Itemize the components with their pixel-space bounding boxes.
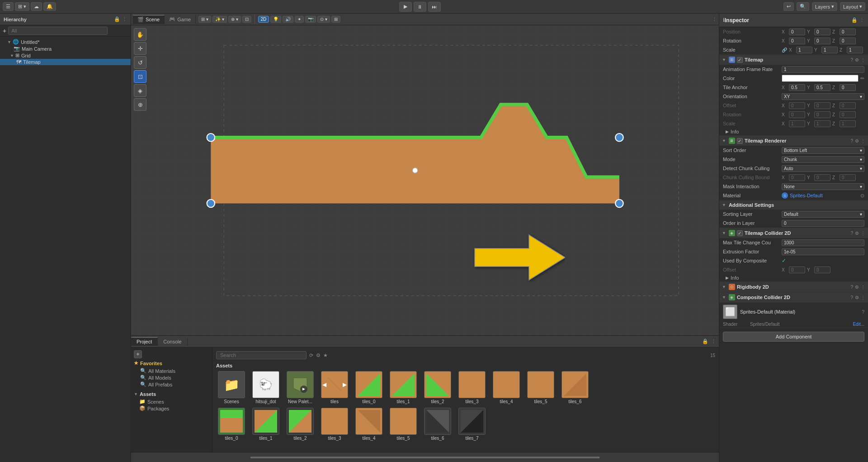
- audio-btn[interactable]: 🔊: [283, 16, 293, 23]
- renderer-help-icon[interactable]: ?: [850, 138, 853, 143]
- rotate-tool[interactable]: ↺: [134, 56, 146, 69]
- used-by-composite-check[interactable]: ✓: [782, 257, 786, 264]
- play-button[interactable]: ▶: [399, 2, 412, 12]
- hand-tool[interactable]: ✋: [134, 28, 146, 41]
- layers-menu[interactable]: ⊞ ▾: [15, 2, 29, 11]
- custom-tool[interactable]: ⊕: [134, 98, 146, 111]
- asset-star-icon[interactable]: ★: [323, 352, 328, 358]
- tab-project[interactable]: Project: [131, 337, 158, 346]
- tilemap-rot-x[interactable]: [789, 111, 805, 118]
- gizmo-btn[interactable]: ⊙ ▾: [317, 16, 330, 23]
- tilemap-settings-icon[interactable]: ⚙: [855, 57, 859, 62]
- rb2d-settings-icon[interactable]: ⚙: [855, 285, 859, 290]
- asset-search-input[interactable]: [216, 351, 307, 359]
- cc2d-help-icon[interactable]: ?: [850, 295, 853, 300]
- asset-item-palette[interactable]: New Palet...: [285, 371, 316, 404]
- asset-item-r2-tiles3[interactable]: tiles_3: [319, 408, 350, 441]
- collider-offset-x[interactable]: [789, 267, 805, 273]
- renderer-settings-icon[interactable]: ⚙: [855, 138, 859, 143]
- layout-dropdown[interactable]: Layout ▾: [840, 2, 865, 11]
- notif-btn[interactable]: 🔔: [43, 2, 56, 11]
- position-z[interactable]: [840, 29, 856, 35]
- collider-offset-y[interactable]: [814, 267, 830, 273]
- chunk-culling-z[interactable]: [840, 174, 856, 181]
- tilemap-info[interactable]: ▶ Info: [719, 128, 868, 135]
- collider-help-icon[interactable]: ?: [850, 231, 853, 236]
- tilemap-offset-x[interactable]: [789, 102, 805, 109]
- extrusion-factor-input[interactable]: [782, 248, 864, 255]
- color-picker[interactable]: [782, 75, 859, 82]
- tree-item-tilemap[interactable]: 🗺 Tilemap: [0, 59, 131, 65]
- asset-item-tiles0[interactable]: tiles_0: [354, 371, 384, 404]
- collider-more-icon[interactable]: ⋮: [861, 231, 865, 236]
- tilemap-section-header[interactable]: ▼ ⊞ ✓ Tilemap ? ⚙ ⋮: [719, 55, 868, 65]
- animation-frame-rate-input[interactable]: [782, 66, 864, 73]
- material-link-icon[interactable]: ⊙: [860, 193, 864, 199]
- cc2d-more-icon[interactable]: ⋮: [861, 295, 865, 300]
- asset-item-r2-tiles1[interactable]: tiles_1: [250, 408, 281, 441]
- tilemap-enabled-checkbox[interactable]: ✓: [737, 57, 743, 63]
- tree-item-grid[interactable]: ▼ ⊞ Grid: [0, 52, 131, 59]
- assets-sub-packages[interactable]: 📦 Packages: [134, 405, 209, 412]
- fx-btn[interactable]: ✦: [295, 16, 304, 23]
- hierarchy-menu-icon[interactable]: ⋮: [122, 16, 127, 22]
- fav-item-models[interactable]: 🔍 All Models: [134, 374, 209, 381]
- scene-viewport[interactable]: ✋ ✛ ↺ ⊡ ◈ ⊕: [131, 25, 719, 335]
- collider-settings-icon[interactable]: ⚙: [855, 231, 859, 236]
- max-tile-change-input[interactable]: [782, 239, 864, 246]
- orientation-dropdown[interactable]: XY ▾: [782, 93, 864, 100]
- tilemap-help-icon[interactable]: ?: [850, 57, 853, 62]
- bottom-menu-icon[interactable]: ⋮: [711, 338, 716, 344]
- assets-header[interactable]: ▼ Assets: [134, 391, 209, 397]
- collider-enabled-checkbox[interactable]: ✓: [737, 230, 743, 236]
- rect-tool[interactable]: ⊡: [134, 70, 146, 83]
- fav-item-prefabs[interactable]: 🔍 All Prefabs: [134, 381, 209, 388]
- collider-info[interactable]: ▶ Info: [719, 274, 868, 281]
- tile-anchor-z[interactable]: [840, 84, 856, 91]
- asset-refresh-icon[interactable]: ⟳: [309, 352, 313, 358]
- rigidbody2d-header[interactable]: ▼ ⊙ Rigidbody 2D ? ⚙ ⋮: [719, 282, 868, 292]
- hierarchy-search-input[interactable]: [8, 27, 108, 35]
- scale-z[interactable]: [847, 47, 863, 53]
- tilemap-scale-z[interactable]: [840, 120, 856, 127]
- asset-item-tiles6[interactable]: tiles_6: [560, 371, 590, 404]
- asset-item-tiles4[interactable]: tiles_4: [491, 371, 522, 404]
- tilemap-offset-y[interactable]: [814, 102, 830, 109]
- asset-item-r2-tiles6[interactable]: tiles_6: [422, 408, 453, 441]
- asset-item-tiles3[interactable]: tiles_3: [457, 371, 487, 404]
- 2d-btn[interactable]: 2D: [258, 16, 269, 23]
- add-component-btn[interactable]: Add Component: [723, 332, 864, 342]
- scale-y[interactable]: [821, 47, 838, 53]
- asset-item-r2-tiles5[interactable]: tiles_5: [388, 408, 419, 441]
- sort-order-dropdown[interactable]: Bottom Left ▾: [782, 147, 864, 154]
- sorting-layer-dropdown[interactable]: Default ▾: [782, 211, 864, 218]
- tilemap-offset-z[interactable]: [840, 102, 856, 109]
- scene-camera-btn[interactable]: 📷: [305, 16, 316, 23]
- detect-chunk-dropdown[interactable]: Auto ▾: [782, 165, 864, 172]
- inspector-more-icon[interactable]: ⋮: [859, 17, 864, 23]
- tilemap-collider-header[interactable]: ▼ ◈ ✓ Tilemap Collider 2D ? ⚙ ⋮: [719, 228, 868, 238]
- asset-item-tiles5[interactable]: tiles_5: [525, 371, 556, 404]
- tilemap-renderer-header[interactable]: ▼ 🖥 ✓ Tilemap Renderer ? ⚙ ⋮: [719, 136, 868, 146]
- position-x[interactable]: [789, 29, 805, 35]
- transform-tool[interactable]: ◈: [134, 84, 146, 97]
- additional-settings-header[interactable]: ▼ Additional Settings: [719, 200, 868, 210]
- rotation-x[interactable]: [789, 38, 805, 44]
- chunk-culling-y[interactable]: [814, 174, 830, 181]
- tile-anchor-y[interactable]: [814, 84, 830, 91]
- position-y[interactable]: [814, 29, 830, 35]
- tabs-overflow[interactable]: ⋮: [712, 16, 717, 22]
- rotation-z[interactable]: [840, 38, 856, 44]
- material-help-icon[interactable]: ?: [862, 310, 864, 314]
- asset-item-r2-tiles7[interactable]: tiles_7: [457, 408, 487, 441]
- scene-grid-btn[interactable]: ⊡: [242, 16, 251, 23]
- bottom-lock-icon[interactable]: 🔒: [702, 338, 708, 344]
- tile-anchor-x[interactable]: [789, 84, 805, 91]
- asset-item-r2-tiles4[interactable]: tiles_4: [354, 408, 384, 441]
- asset-item-tiles-sheet[interactable]: ◀ ▶ tiles: [319, 371, 350, 404]
- asset-item-r2-tiles0[interactable]: tiles_0: [216, 408, 247, 441]
- layers-dropdown[interactable]: Layers ▾: [812, 2, 837, 11]
- tilemap-scale-x[interactable]: [789, 120, 805, 127]
- asset-item-scenes[interactable]: 📁 Scenes: [216, 371, 247, 404]
- asset-item-tiles1[interactable]: tiles_1: [388, 371, 419, 404]
